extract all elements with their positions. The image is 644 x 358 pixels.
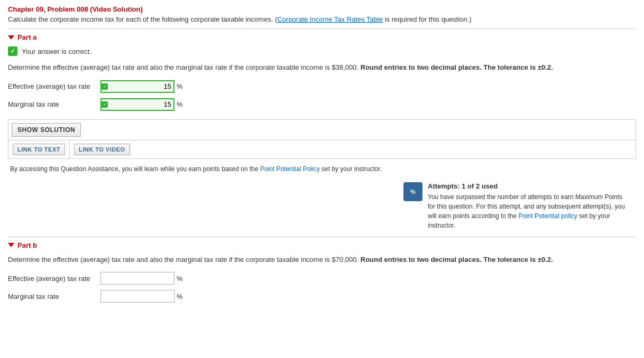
top-divider	[8, 29, 636, 29]
attempts-content: Attempts: 1 of 2 used You have surpassed…	[428, 182, 625, 230]
tax-table-link[interactable]: Corporate Income Tax Rates Table	[277, 15, 383, 23]
assistance-text: By accessing this Question Assistance, y…	[10, 164, 636, 174]
marginal-tax-row-b: Marginal tax rate %	[8, 290, 636, 303]
percent-effective-a: %	[177, 82, 183, 90]
mid-divider	[8, 237, 636, 237]
effective-tax-input-wrapper-b	[100, 272, 174, 285]
correct-text: Your answer is correct.	[22, 48, 91, 55]
chapter-title: Chapter 09, Problem 008 (Video Solution)	[8, 5, 636, 13]
collapse-icon-a[interactable]	[8, 35, 14, 40]
part-a-label: Part a	[17, 33, 36, 41]
link-to-text-cell: LINK TO TEXT	[8, 140, 70, 158]
show-solution-button[interactable]: SHOW SOLUTION	[12, 123, 81, 137]
check-indicator-marginal-a	[102, 101, 108, 108]
effective-tax-input-b[interactable]	[100, 272, 174, 285]
point-potential-link[interactable]: Point Potential Policy	[260, 165, 320, 173]
effective-tax-input-wrapper-a	[100, 80, 174, 93]
attempts-desc: You have surpassed the number of attempt…	[428, 192, 625, 230]
percent-marginal-b: %	[177, 293, 183, 300]
part-b-label: Part b	[17, 241, 37, 249]
marginal-tax-input-b[interactable]	[100, 290, 174, 303]
percent-marginal-a: %	[177, 100, 183, 108]
attempts-section: % Attempts: 1 of 2 used You have surpass…	[8, 182, 636, 230]
marginal-tax-row-a: Marginal tax rate %	[8, 98, 636, 111]
check-indicator-effective-a	[102, 83, 108, 90]
part-b-header: Part b	[8, 241, 636, 249]
attempts-title: Attempts: 1 of 2 used	[428, 182, 625, 190]
attempts-box: % Attempts: 1 of 2 used You have surpass…	[403, 182, 625, 230]
part-a-header: Part a	[8, 33, 636, 41]
effective-tax-label-a: Effective (average) tax rate	[8, 82, 100, 90]
intro-text: Calculate the corporate income tax for e…	[8, 15, 636, 23]
link-to-video-cell: LINK TO VIDEO	[70, 140, 134, 158]
part-b-question: Determine the effective (average) tax ra…	[8, 255, 636, 265]
part-a-question: Determine the effective (average) tax ra…	[8, 62, 636, 73]
marginal-tax-input-a[interactable]	[100, 98, 174, 111]
link-to-video-button[interactable]: LINK TO VIDEO	[74, 144, 130, 155]
marginal-tax-label-a: Marginal tax rate	[8, 100, 100, 108]
percent-effective-b: %	[177, 275, 183, 282]
marginal-tax-input-wrapper-b	[100, 290, 174, 303]
effective-tax-label-b: Effective (average) tax rate	[8, 275, 100, 282]
marginal-tax-label-b: Marginal tax rate	[8, 293, 100, 300]
link-to-text-button[interactable]: LINK TO TEXT	[13, 144, 65, 155]
collapse-icon-b[interactable]	[8, 243, 14, 247]
effective-tax-input-a[interactable]	[100, 80, 174, 93]
effective-tax-row-b: Effective (average) tax rate %	[8, 272, 636, 285]
solution-area: SHOW SOLUTION LINK TO TEXT LINK TO VIDEO	[8, 119, 636, 159]
attempts-icon: %	[403, 182, 422, 201]
marginal-tax-input-wrapper-a	[100, 98, 174, 111]
effective-tax-row-a: Effective (average) tax rate %	[8, 80, 636, 93]
correct-badge: Your answer is correct.	[8, 46, 636, 56]
links-row: LINK TO TEXT LINK TO VIDEO	[8, 140, 636, 158]
checkmark-icon	[8, 46, 17, 56]
